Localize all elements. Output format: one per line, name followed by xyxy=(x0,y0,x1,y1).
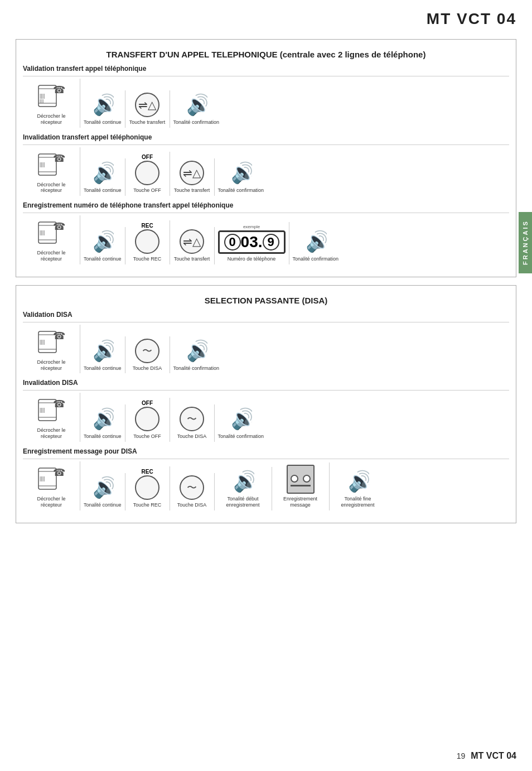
subsec-title-invalidation-transfert: Invalidation transfert appel téléphoniqu… xyxy=(23,133,509,141)
step-label-ear-fine: Tonalité fine enregistrement xyxy=(333,496,383,508)
step-row-invalidation-transfert: |||| ☎ Décrocher le récepteur 🔊 Tonalité… xyxy=(23,144,509,196)
svg-text:||||: |||| xyxy=(40,476,45,481)
subsection-invalidation-transfert: Invalidation transfert appel téléphoniqu… xyxy=(23,133,509,196)
phone-icon-vdisa: |||| ☎ xyxy=(36,327,66,357)
svg-text:☎: ☎ xyxy=(53,84,65,95)
ear-icon-confirm-idisa: 🔊 xyxy=(230,407,252,431)
svg-text:☎: ☎ xyxy=(53,153,65,164)
cassette-icon xyxy=(287,465,315,494)
svg-text:🔊: 🔊 xyxy=(231,161,252,185)
section-transfert: TRANSFERT D'UN APPEL TELEPHONIQUE (centr… xyxy=(16,39,516,277)
footer-page-number: 19 xyxy=(457,751,466,760)
step-label-phone-1: Décrocher le récepteur xyxy=(26,113,76,126)
transfer-arrow-icon-inv: ⇌△ xyxy=(183,167,201,179)
svg-text:☎: ☎ xyxy=(53,398,65,409)
step-phone-reg: |||| ☎ Décrocher le récepteur xyxy=(23,215,80,264)
phone-icon-inv: |||| ☎ xyxy=(36,150,66,180)
step-label-phone-idisa: Décrocher le récepteur xyxy=(26,427,76,440)
svg-text:🔊: 🔊 xyxy=(186,339,207,363)
step-label-confirm-1: Tonalité confirmation xyxy=(173,119,220,126)
step-disa-idisa: 〜 Touche DISA xyxy=(170,404,215,442)
step-label-rec-edisa: Touche REC xyxy=(133,502,162,508)
step-label-number-reg: Numéro de téléphone xyxy=(228,256,276,262)
step-label-transfer-inv: Touche transfert xyxy=(174,187,210,194)
step-row-invalidation-disa: |||| ☎ Décrocher le récepteur 🔊 Tonalité… xyxy=(23,390,509,442)
step-label-cassette: Enregistrement message xyxy=(275,496,326,508)
ear-icon-fine: 🔊 xyxy=(347,469,369,494)
ear-icon-confirm-reg: 🔊 xyxy=(304,229,327,254)
step-row-enregistrement-disa: |||| ☎ Décrocher le récepteur 🔊 Tonalité… xyxy=(23,459,509,510)
step-ear-vdisa: 🔊 Tonalité continue xyxy=(80,336,125,374)
step-label-transfer-1: Touche transfert xyxy=(129,119,166,126)
step-phone-vdisa: |||| ☎ Décrocher le récepteur xyxy=(23,325,80,374)
ear-icon-confirm-1: 🔊 xyxy=(185,93,207,117)
side-language-label: FRANÇAIS xyxy=(519,212,532,273)
ear-icon-confirm-vdisa: 🔊 xyxy=(185,339,207,363)
off-label-idisa: OFF xyxy=(142,400,153,406)
ear-icon-inv: 🔊 xyxy=(91,161,114,185)
step-ear-idisa: 🔊 Tonalité continue xyxy=(80,404,125,442)
svg-text:🔊: 🔊 xyxy=(93,161,114,185)
step-label-disa-edisa: Touche DISA xyxy=(177,502,207,508)
step-label-off-idisa: Touche OFF xyxy=(133,433,161,440)
header-title: MT VCT 04 xyxy=(427,10,516,27)
page-header: MT VCT 04 xyxy=(0,0,532,33)
section-disa: SELECTION PASSANTE (DISA) Validation DIS… xyxy=(16,285,516,523)
step-row-validation-transfert: |||| |||| ☎ Décrocher le récepteur 🔊 Ton… xyxy=(23,76,509,128)
step-transfer-reg: ⇌△ Touche transfert xyxy=(170,227,215,264)
example-label: exemple xyxy=(243,224,260,229)
step-label-phone-vdisa: Décrocher le récepteur xyxy=(26,359,76,372)
step-row-validation-disa: |||| ☎ Décrocher le récepteur 🔊 Tonalité… xyxy=(23,322,509,374)
svg-text:🔊: 🔊 xyxy=(93,339,114,363)
step-ear-confirm-1: 🔊 Tonalité confirmation xyxy=(170,90,223,128)
ear-icon-vdisa: 🔊 xyxy=(91,339,114,363)
step-label-ear-reg: Tonalité continue xyxy=(84,256,122,262)
digit-9: 9 xyxy=(263,234,279,250)
step-ear-inv: 🔊 Tonalité continue xyxy=(80,158,125,196)
step-label-transfer-reg: Touche transfert xyxy=(174,256,210,262)
step-label-disa-vdisa: Touche DISA xyxy=(133,365,162,372)
step-transfer-inv: ⇌△ Touche transfert xyxy=(170,158,215,196)
svg-text:||||: |||| xyxy=(40,93,45,99)
disa-btn-icon-idisa: 〜 xyxy=(180,407,204,431)
digit-0: 0 xyxy=(224,234,241,250)
wave-icon-edisa: 〜 xyxy=(187,481,197,494)
step-ear-edisa: 🔊 Tonalité continue xyxy=(80,473,125,510)
rec-btn-icon-edisa xyxy=(135,475,159,500)
step-label-confirm-idisa: Tonalité confirmation xyxy=(218,433,264,440)
step-transfer-1: ⇌△ Touche transfert xyxy=(125,90,170,128)
footer-brand: MT VCT 04 xyxy=(471,751,516,761)
phone-icon-idisa: |||| ☎ xyxy=(36,395,66,425)
step-phone-inv: |||| ☎ Décrocher le récepteur xyxy=(23,147,80,196)
step-off-inv: OFF Touche OFF xyxy=(125,152,170,196)
svg-text:🔊: 🔊 xyxy=(233,469,254,493)
step-rec-edisa: REC Touche REC xyxy=(125,466,170,510)
svg-text:🔊: 🔊 xyxy=(93,229,114,253)
step-disa-edisa: 〜 Touche DISA xyxy=(170,473,215,510)
subsec-title-validation-transfert: Validation transfert appel téléphonique xyxy=(23,65,509,73)
off-btn-icon-idisa xyxy=(135,407,159,431)
step-disa-vdisa: 〜 Touche DISA xyxy=(125,336,170,374)
step-label-confirm-vdisa: Tonalité confirmation xyxy=(173,365,220,372)
wave-icon-idisa: 〜 xyxy=(187,412,197,426)
svg-text:🔊: 🔊 xyxy=(93,407,114,431)
step-ear-debut: 🔊 Tonalité début enregistrement xyxy=(215,467,272,510)
step-label-ear-edisa: Tonalité continue xyxy=(84,502,122,508)
phone-icon-reg: |||| ☎ xyxy=(36,218,66,248)
subsection-enregistrement-numero: Enregistrement numéro de téléphone trans… xyxy=(23,201,509,264)
ear-icon-idisa: 🔊 xyxy=(91,407,114,431)
step-label-phone-edisa: Décrocher le récepteur xyxy=(26,496,76,508)
step-label-phone-reg: Décrocher le récepteur xyxy=(26,250,76,262)
off-label-inv: OFF xyxy=(142,154,153,160)
step-phone: |||| |||| ☎ Décrocher le récepteur xyxy=(23,79,80,128)
disa-btn-icon-edisa: 〜 xyxy=(180,475,204,500)
section2-title: SELECTION PASSANTE (DISA) xyxy=(23,291,509,311)
step-label-ear-vdisa: Tonalité continue xyxy=(84,365,122,372)
transfer-arrow-icon-reg: ⇌△ xyxy=(183,236,201,247)
step-label-disa-idisa: Touche DISA xyxy=(177,433,207,440)
svg-text:🔊: 🔊 xyxy=(93,475,114,499)
step-ear-reg: 🔊 Tonalité continue xyxy=(80,227,125,264)
svg-text:||||: |||| xyxy=(40,407,45,413)
step-ear-confirm-idisa: 🔊 Tonalité confirmation xyxy=(215,404,268,442)
phone-icon-edisa: |||| ☎ xyxy=(36,464,66,494)
